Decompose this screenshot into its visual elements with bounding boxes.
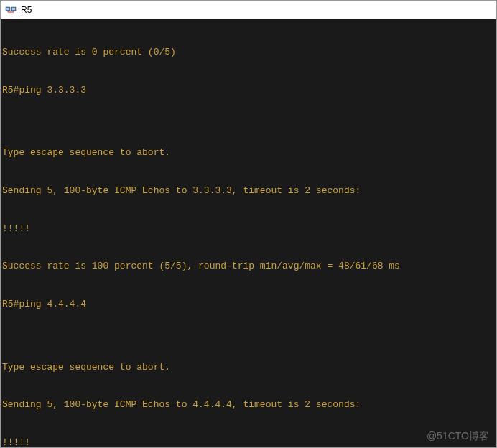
terminal-line: Sending 5, 100-byte ICMP Echos to 4.4.4.… — [2, 398, 495, 411]
terminal-line: Sending 5, 100-byte ICMP Echos to 3.3.3.… — [2, 185, 495, 197]
terminal-line: Success rate is 100 percent (5/5), round… — [2, 260, 495, 273]
window-title: R5 — [21, 5, 32, 15]
terminal-line: !!!!! — [2, 223, 495, 235]
watermark: @51CTO博客 — [427, 429, 489, 443]
terminal-line: Success rate is 0 percent (0/5) — [2, 46, 495, 59]
window: R5 Success rate is 0 percent (0/5) R5#pi… — [0, 0, 497, 448]
terminal-line: R5#ping 4.4.4.4 — [2, 298, 495, 311]
terminal-line: Type escape sequence to abort. — [2, 361, 495, 374]
svg-rect-3 — [12, 8, 15, 10]
terminal-line: Type escape sequence to abort. — [2, 146, 495, 159]
app-icon — [5, 4, 17, 16]
titlebar[interactable]: R5 — [1, 1, 496, 19]
terminal-area[interactable]: Success rate is 0 percent (0/5) R5#ping … — [1, 19, 496, 447]
terminal-line: R5#ping 3.3.3.3 — [2, 84, 495, 97]
svg-rect-2 — [6, 8, 9, 10]
terminal-line: !!!!! — [2, 437, 495, 447]
